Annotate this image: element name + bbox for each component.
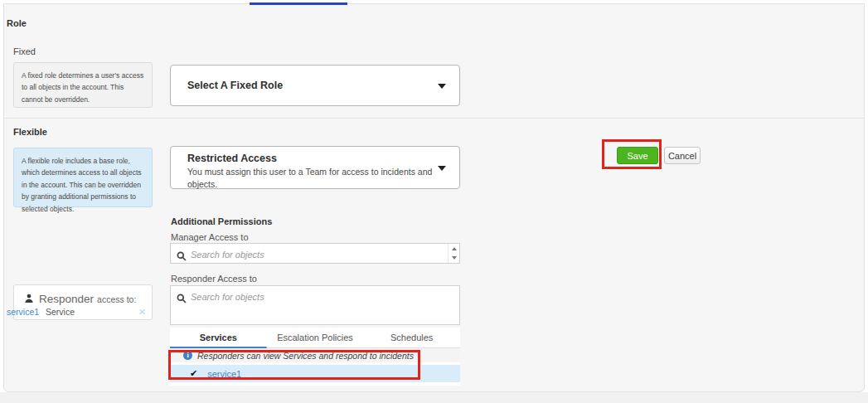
search-icon bbox=[177, 250, 187, 260]
responder-access-search[interactable] bbox=[170, 285, 460, 325]
caret-down-icon bbox=[438, 166, 446, 171]
responder-tag-role: Responder bbox=[39, 293, 94, 305]
object-picker-tabs: Services Escalation Policies Schedules bbox=[170, 328, 460, 348]
responder-tag-object-link[interactable]: service1 bbox=[7, 307, 39, 317]
info-icon: i bbox=[183, 351, 192, 360]
stepper-down-icon[interactable] bbox=[452, 256, 457, 260]
save-button[interactable]: Save bbox=[617, 147, 658, 164]
picker-info-row: i Responders can view Services and respo… bbox=[170, 348, 460, 362]
object-picker: Services Escalation Policies Schedules i… bbox=[170, 328, 460, 386]
caret-down-icon bbox=[438, 84, 446, 89]
stepper-up-icon[interactable] bbox=[452, 247, 457, 250]
additional-permissions-heading: Additional Permissions bbox=[171, 216, 272, 226]
responder-access-tag: Responder access to: service1 Service ✕ bbox=[13, 284, 153, 320]
base-role-dropdown[interactable]: Restricted Access You must assign this u… bbox=[170, 146, 460, 189]
active-top-tab-indicator bbox=[250, 2, 347, 5]
base-role-dropdown-subtitle: You must assign this user to a Team for … bbox=[187, 166, 436, 191]
cancel-button[interactable]: Cancel bbox=[664, 147, 701, 164]
base-role-dropdown-title: Restricted Access bbox=[187, 153, 459, 164]
flexible-role-description: A flexible role includes a base role, wh… bbox=[13, 148, 153, 207]
tab-escalation-policies-label: Escalation Policies bbox=[277, 333, 353, 342]
fixed-role-dropdown[interactable]: Select A Fixed Role bbox=[170, 65, 460, 106]
flexible-section-label: Flexible bbox=[13, 127, 47, 137]
stepper-control[interactable] bbox=[448, 244, 459, 263]
tab-services[interactable]: Services bbox=[170, 328, 267, 347]
tab-escalation-policies[interactable]: Escalation Policies bbox=[267, 328, 364, 347]
fixed-section-label: Fixed bbox=[13, 46, 36, 56]
responder-access-search-input[interactable] bbox=[191, 289, 431, 304]
section-divider bbox=[3, 118, 865, 119]
footer-strip bbox=[0, 392, 868, 403]
list-item-service1-label: service1 bbox=[207, 369, 241, 379]
tab-services-label: Services bbox=[200, 333, 237, 342]
tab-schedules-label: Schedules bbox=[390, 333, 433, 342]
person-icon bbox=[24, 292, 34, 307]
fixed-role-description: A fixed role determines a user's access … bbox=[13, 62, 153, 108]
role-heading: Role bbox=[7, 18, 27, 28]
fixed-role-dropdown-label: Select A Fixed Role bbox=[187, 80, 283, 91]
close-icon[interactable]: ✕ bbox=[138, 307, 146, 318]
picker-info-text: Responders can view Services and respond… bbox=[197, 351, 414, 361]
search-icon bbox=[177, 292, 187, 302]
tab-schedules[interactable]: Schedules bbox=[363, 328, 460, 347]
responder-access-label: Responder Access to bbox=[171, 274, 257, 284]
role-settings-page: Role Fixed A fixed role determines a use… bbox=[0, 0, 868, 403]
manager-access-search-input[interactable] bbox=[191, 246, 431, 262]
responder-tag-object-type: Service bbox=[46, 307, 75, 317]
responder-tag-object: service1 Service bbox=[7, 307, 75, 317]
check-icon: ✔ bbox=[190, 368, 197, 379]
responder-tag-header: Responder access to: bbox=[24, 291, 136, 306]
list-item-service1[interactable]: ✔ service1 bbox=[170, 365, 460, 382]
manager-access-label: Manager Access to bbox=[171, 232, 249, 242]
responder-tag-suffix: access to: bbox=[97, 294, 136, 304]
manager-access-search[interactable] bbox=[170, 243, 460, 264]
